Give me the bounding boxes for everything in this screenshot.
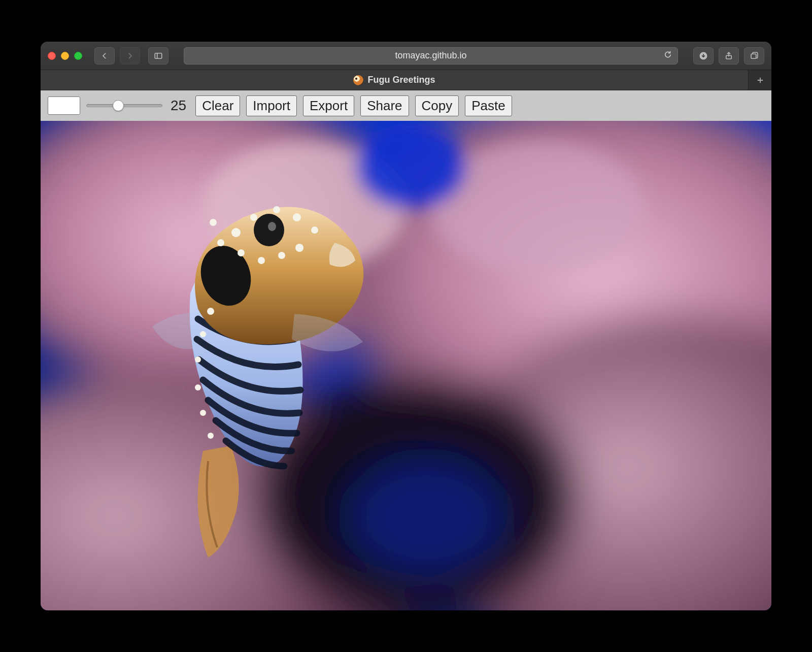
svg-point-31 [207,308,214,315]
window-controls [48,52,82,60]
tabs-icon [750,51,759,60]
svg-rect-0 [155,53,162,58]
paste-button[interactable]: Paste [465,95,512,116]
svg-point-25 [295,244,303,252]
svg-point-29 [217,239,224,246]
share-os-button[interactable] [719,47,739,64]
chevron-left-icon [100,51,109,60]
svg-point-16 [355,123,467,210]
slider-thumb[interactable] [113,100,124,111]
brush-size-slider[interactable] [86,100,162,112]
fugu-icon [353,75,363,85]
svg-point-30 [210,219,217,226]
svg-point-36 [208,433,214,439]
brush-size-value: 25 [171,97,186,114]
slider-track [86,104,162,107]
browser-titlebar: tomayac.github.io [41,42,771,70]
app-toolbar: 25 Clear Import Export Share Copy Paste [41,90,771,121]
url-text: tomayac.github.io [395,50,466,61]
svg-point-13 [350,461,502,573]
svg-point-20 [231,228,241,237]
svg-point-32 [200,331,206,337]
sidebar-icon [154,51,163,60]
drawing-canvas[interactable] [41,121,771,610]
svg-point-19 [268,222,276,231]
svg-point-18 [254,214,284,246]
new-tab-button[interactable] [748,70,771,90]
minimize-window-button[interactable] [61,52,69,60]
downloads-button[interactable] [693,47,714,64]
canvas-image [41,121,771,610]
reload-button[interactable] [663,50,672,61]
tabs-overview-button[interactable] [744,47,764,64]
svg-point-34 [195,384,201,390]
svg-point-21 [250,214,257,221]
chevron-right-icon [125,51,134,60]
svg-point-24 [311,226,318,234]
share-icon [724,51,733,60]
svg-point-23 [293,213,301,221]
svg-point-22 [273,206,280,213]
download-icon [699,51,708,60]
share-button[interactable]: Share [360,95,409,116]
sidebar-toggle-button[interactable] [148,47,168,64]
svg-point-35 [200,410,206,416]
forward-button[interactable] [120,47,140,64]
svg-rect-4 [751,54,756,58]
svg-point-33 [195,356,201,363]
reload-icon [663,50,672,59]
tab-title: Fugu Greetings [367,75,435,85]
browser-window: tomayac.github.io Fugu [41,42,771,610]
svg-point-27 [258,257,265,264]
import-button[interactable]: Import [246,95,297,116]
close-window-button[interactable] [48,52,56,60]
zoom-window-button[interactable] [74,52,82,60]
svg-point-26 [278,252,285,259]
clear-button[interactable]: Clear [195,95,240,116]
plus-icon [756,76,765,85]
address-bar[interactable]: tomayac.github.io [184,47,678,64]
tab-fugu-greetings[interactable]: Fugu Greetings [41,70,748,90]
tab-strip: Fugu Greetings [41,70,771,90]
back-button[interactable] [94,47,115,64]
svg-point-28 [238,249,245,256]
copy-button[interactable]: Copy [415,95,459,116]
color-picker[interactable] [48,96,80,115]
export-button[interactable]: Export [303,95,354,116]
